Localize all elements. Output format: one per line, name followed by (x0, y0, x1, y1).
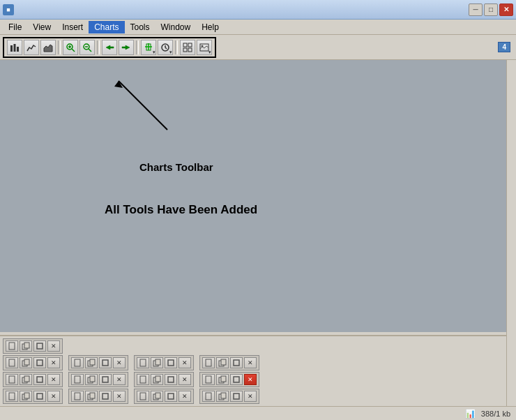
panel-group-4-4: ✕ (199, 389, 259, 404)
panel-copy-btn-3-3[interactable] (151, 374, 163, 385)
arrow-tool-button[interactable] (102, 40, 117, 55)
panel-cl-btn-2-4[interactable]: ✕ (244, 357, 257, 368)
maximize-button[interactable]: □ (484, 3, 498, 16)
grid-button[interactable] (180, 40, 195, 55)
panel-row-4: ✕ ✕ ✕ ✕ (3, 389, 503, 404)
panel-cl-btn-4-3[interactable]: ✕ (179, 391, 191, 402)
panel-doc-btn-4-4[interactable] (202, 391, 215, 402)
svg-rect-63 (9, 393, 15, 400)
app-icon: ■ (3, 4, 14, 15)
panel-sq-btn-4-2[interactable] (99, 391, 112, 402)
svg-marker-3 (44, 45, 52, 52)
svg-rect-33 (24, 359, 29, 365)
image-button[interactable]: ▾ (197, 40, 212, 55)
panel-sq-btn-3-4[interactable] (230, 374, 243, 385)
status-chart-icon: 📊 (465, 409, 476, 419)
panel-doc-btn-2-4[interactable] (202, 357, 215, 368)
panel-sq-btn-3-2[interactable] (99, 374, 112, 385)
panel-doc-btn-3-2[interactable] (71, 374, 84, 385)
panel-sq-btn-4-1[interactable] (33, 391, 46, 402)
area-chart-button[interactable] (40, 40, 56, 55)
panel-sq-btn-4-4[interactable] (230, 391, 243, 402)
svg-rect-34 (37, 360, 43, 366)
panel-sq-btn-3-1[interactable] (33, 374, 46, 385)
panel-copy-btn-4-2[interactable] (85, 391, 98, 402)
panel-sq-btn-4-3[interactable] (165, 391, 177, 402)
zoom-out-button[interactable] (79, 40, 95, 55)
panel-doc-btn-4-2[interactable] (71, 391, 84, 402)
svg-rect-78 (234, 393, 239, 399)
close-button[interactable]: ✕ (499, 3, 513, 16)
menu-item-insert[interactable]: Insert (56, 21, 89, 33)
svg-rect-55 (140, 376, 146, 383)
panel-cl-btn-4-2[interactable]: ✕ (113, 391, 126, 402)
panel-copy-btn-2-2[interactable] (85, 357, 98, 368)
svg-rect-54 (103, 377, 108, 382)
title-bar: ■ ─ □ ✕ (0, 0, 516, 20)
menu-item-window[interactable]: Window (155, 21, 197, 33)
bar-chart-button[interactable] (7, 40, 22, 55)
panel-doc-btn-4-1[interactable] (6, 391, 18, 402)
panel-sq-btn-2-4[interactable] (230, 357, 243, 368)
panel-doc-btn-2-3[interactable] (137, 357, 149, 368)
svg-rect-46 (234, 360, 239, 366)
menu-item-help[interactable]: Help (196, 21, 225, 33)
panel-copy-btn-2-1[interactable] (20, 357, 32, 368)
panel-cl-btn-3-3[interactable]: ✕ (179, 374, 191, 385)
menu-bar: File View Insert Charts Tools Window Hel… (0, 20, 516, 35)
panel-cl-btn-2-1[interactable]: ✕ (47, 357, 60, 368)
panel-doc-btn-2-2[interactable] (71, 357, 84, 368)
bottom-panel: ✕ ✕ ✕ ✕ ✕ (0, 335, 506, 406)
svg-line-5 (72, 49, 75, 52)
panel-doc-btn-3-3[interactable] (137, 374, 149, 385)
right-scrollbar[interactable] (506, 60, 516, 406)
panel-close-btn[interactable]: ✕ (47, 340, 60, 352)
add-button[interactable]: ▾ (141, 40, 156, 55)
panel-cl-btn-2-3[interactable]: ✕ (179, 357, 191, 368)
panel-doc-btn-2-1[interactable] (6, 357, 18, 368)
panel-cl-btn-3-2[interactable]: ✕ (113, 374, 126, 385)
svg-rect-27 (9, 343, 15, 350)
panel-copy-btn-3-2[interactable] (85, 374, 98, 385)
panel-cl-btn-3-1[interactable]: ✕ (47, 374, 60, 385)
clock-button[interactable]: ▾ (158, 40, 173, 55)
panel-doc-btn-3-1[interactable] (6, 374, 18, 385)
panel-copy-btn-3-4[interactable] (216, 374, 229, 385)
panel-cl-btn-4-4[interactable]: ✕ (244, 391, 257, 402)
panel-doc-btn-4-3[interactable] (137, 391, 149, 402)
panel-copy-btn-3-1[interactable] (20, 374, 32, 385)
back-arrow-button[interactable] (119, 40, 134, 55)
panel-sq-btn-2-2[interactable] (99, 357, 112, 368)
panel-group-3-1: ✕ (3, 372, 63, 387)
menu-item-file[interactable]: File (3, 21, 27, 33)
panel-cl-red-btn-3-4[interactable]: ✕ (244, 374, 257, 385)
panel-cl-btn-2-2[interactable]: ✕ (113, 357, 126, 368)
panel-copy-btn[interactable] (20, 340, 32, 352)
panel-row-1: ✕ (3, 338, 503, 354)
panel-copy-btn-2-3[interactable] (151, 357, 163, 368)
line-chart-button[interactable] (24, 40, 39, 55)
zoom-in-button[interactable] (63, 40, 78, 55)
minimize-button[interactable]: ─ (469, 3, 483, 16)
panel-copy-btn-4-4[interactable] (216, 391, 229, 402)
menu-item-view[interactable]: View (27, 21, 56, 33)
panel-sq-btn-3-3[interactable] (165, 374, 177, 385)
panel-copy-btn-2-4[interactable] (216, 357, 229, 368)
separator-2 (97, 40, 100, 54)
panel-doc-btn[interactable] (6, 340, 18, 352)
panel-copy-btn-4-3[interactable] (151, 391, 163, 402)
panel-cl-btn-4-1[interactable]: ✕ (47, 391, 60, 402)
svg-rect-31 (9, 359, 15, 366)
panel-sq-btn-2-1[interactable] (33, 357, 46, 368)
svg-rect-65 (24, 393, 29, 398)
title-bar-buttons: ─ □ ✕ (469, 3, 513, 16)
svg-marker-11 (106, 45, 114, 50)
menu-item-tools[interactable]: Tools (125, 21, 155, 33)
panel-sq-btn-2-3[interactable] (165, 357, 177, 368)
panel-row-3: ✕ ✕ ✕ ✕ (3, 372, 503, 387)
svg-line-18 (165, 47, 167, 49)
panel-square-btn[interactable] (33, 340, 46, 352)
menu-item-charts[interactable]: Charts (89, 21, 124, 33)
panel-doc-btn-3-4[interactable] (202, 374, 215, 385)
panel-copy-btn-4-1[interactable] (20, 391, 32, 402)
